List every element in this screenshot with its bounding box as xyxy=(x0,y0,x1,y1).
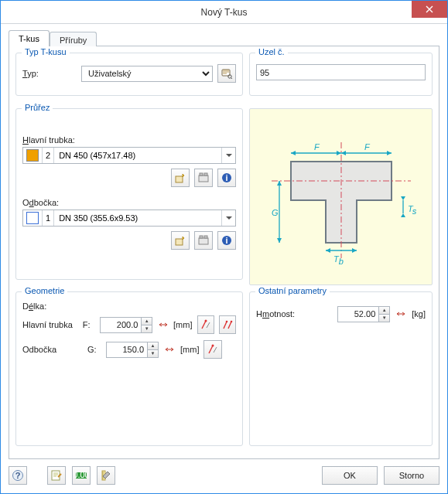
group-type-legend: Typ T-kusu xyxy=(22,47,70,56)
svg-rect-10 xyxy=(200,236,203,238)
geom-main-unit: [mm] xyxy=(173,320,192,329)
dialog-window: Nový T-kus T-kus Příruby Typ T-kusu Typ:… xyxy=(0,0,448,494)
branch-pipe-dropdown[interactable] xyxy=(221,210,235,226)
precision-button[interactable]: 0.00 xyxy=(72,466,91,485)
svg-point-28 xyxy=(231,321,233,323)
svg-text:i: i xyxy=(225,236,227,245)
titlebar: Nový T-kus xyxy=(1,1,447,24)
window-title: Nový T-kus xyxy=(201,7,248,18)
svg-text:G: G xyxy=(272,208,279,217)
length-label: Délka: xyxy=(22,302,236,311)
svg-rect-4 xyxy=(200,173,203,175)
main-pipe-info-button[interactable]: i xyxy=(217,169,236,187)
branch-pipe-color-swatch xyxy=(26,212,39,224)
group-node: Uzel č. xyxy=(249,53,433,96)
main-pipe-color-swatch xyxy=(26,149,39,162)
geom-branch-unit: [mm] xyxy=(180,345,199,354)
help-button[interactable]: ? xyxy=(9,466,27,485)
main-pipe-value: DN 450 (457x17.48) xyxy=(54,148,221,163)
dialog-footer: ? 0.00 OK Storno xyxy=(1,464,447,493)
svg-rect-3 xyxy=(199,175,208,182)
geom-branch-label: Odbočka xyxy=(22,345,83,354)
branch-pipe-new-button[interactable] xyxy=(171,231,190,250)
svg-point-26 xyxy=(204,320,207,322)
svg-point-29 xyxy=(212,345,214,347)
geom-main-pick1-button[interactable] xyxy=(197,315,214,334)
main-pipe-index: 2 xyxy=(43,148,54,163)
svg-rect-5 xyxy=(204,173,207,175)
svg-text:Tb: Tb xyxy=(333,254,344,266)
group-type: Typ T-kusu Typ: Uživatelský xyxy=(15,53,243,96)
mass-unit: [kg] xyxy=(412,309,426,319)
tab-panel: Typ T-kusu Typ: Uživatelský Uzel č. xyxy=(9,46,439,459)
spin-down[interactable]: ▼ xyxy=(147,350,158,357)
mass-spin[interactable]: ▲▼ xyxy=(337,306,390,322)
main-pipe-dropdown[interactable] xyxy=(221,148,235,163)
geom-branch-spin[interactable]: ▲▼ xyxy=(106,342,159,358)
spin-down[interactable]: ▼ xyxy=(378,315,389,322)
geom-main-sym: F: xyxy=(83,320,96,329)
ok-button[interactable]: OK xyxy=(322,466,378,485)
geom-branch-pick-button[interactable] xyxy=(203,340,222,359)
svg-rect-11 xyxy=(204,236,207,238)
dim-arrow-icon xyxy=(163,340,176,359)
tab-priruby[interactable]: Příruby xyxy=(50,32,97,46)
branch-pipe-info-button[interactable]: i xyxy=(217,231,236,250)
mass-input[interactable] xyxy=(338,307,378,322)
type-label: Typ: xyxy=(22,69,77,78)
svg-text:F: F xyxy=(314,142,320,152)
type-select[interactable]: Uživatelský xyxy=(81,66,213,82)
group-geometry-legend: Geometrie xyxy=(22,286,67,295)
branch-pipe-index: 1 xyxy=(43,210,54,226)
node-field xyxy=(256,64,426,80)
dim-arrow-icon xyxy=(395,305,407,323)
branch-pipe-label: Odbočka: xyxy=(22,198,236,207)
svg-text:F: F xyxy=(364,142,371,152)
mass-label: Hmotnost: xyxy=(256,309,333,319)
group-other-legend: Ostatní parametry xyxy=(255,286,330,295)
geom-main-label: Hlavní trubka xyxy=(22,320,78,329)
type-browse-button[interactable] xyxy=(217,64,236,83)
tpiece-diagram: F F G Tb Ts xyxy=(249,108,433,286)
spin-up[interactable]: ▲ xyxy=(147,342,158,350)
spin-up[interactable]: ▲ xyxy=(378,307,389,315)
svg-rect-8 xyxy=(176,239,183,245)
group-section-legend: Průřez xyxy=(22,103,53,112)
group-section: Průřez Hlavní trubka: 2 DN 450 (457x17.4… xyxy=(15,108,243,280)
diagram-panel: F F G Tb Ts xyxy=(249,108,433,286)
cancel-button[interactable]: Storno xyxy=(384,466,439,485)
ruler-button[interactable] xyxy=(97,466,115,485)
close-button[interactable] xyxy=(412,1,447,18)
dialog-body: T-kus Příruby Typ T-kusu Typ: Uživatelsk… xyxy=(1,24,447,464)
branch-pipe-select[interactable]: 1 DN 350 (355.6x9.53) xyxy=(22,210,236,227)
spin-down[interactable]: ▼ xyxy=(141,325,152,332)
geom-branch-input[interactable] xyxy=(107,342,147,357)
branch-pipe-value: DN 350 (355.6x9.53) xyxy=(54,210,221,226)
main-pipe-select[interactable]: 2 DN 450 (457x17.48) xyxy=(22,147,236,164)
svg-rect-32 xyxy=(52,471,60,480)
svg-text:i: i xyxy=(225,173,227,182)
main-pipe-label: Hlavní trubka: xyxy=(22,135,236,145)
group-geometry: Geometrie Délka: Hlavní trubka F: ▲▼ [mm… xyxy=(15,291,243,446)
dim-arrow-icon xyxy=(157,315,169,334)
group-other: Ostatní parametry Hmotnost: ▲▼ [kg] xyxy=(249,291,433,446)
geom-main-input[interactable] xyxy=(101,318,141,332)
svg-text:Ts: Ts xyxy=(408,204,417,216)
tab-strip: T-kus Příruby xyxy=(9,30,439,46)
geom-branch-sym: G: xyxy=(87,345,101,354)
svg-point-27 xyxy=(226,321,228,323)
main-pipe-library-button[interactable] xyxy=(194,169,213,187)
svg-rect-9 xyxy=(199,238,208,244)
spin-up[interactable]: ▲ xyxy=(141,318,152,325)
svg-text:?: ? xyxy=(15,471,21,480)
geom-main-spin[interactable]: ▲▼ xyxy=(100,317,152,333)
tab-tkus[interactable]: T-kus xyxy=(9,30,50,46)
main-pipe-new-button[interactable] xyxy=(171,169,190,187)
svg-text:0.00: 0.00 xyxy=(75,470,87,479)
group-node-legend: Uzel č. xyxy=(255,47,288,56)
geom-main-pick2-button[interactable] xyxy=(219,315,236,334)
edit-note-button[interactable] xyxy=(47,466,66,485)
branch-pipe-library-button[interactable] xyxy=(194,231,213,250)
svg-rect-2 xyxy=(176,176,183,182)
